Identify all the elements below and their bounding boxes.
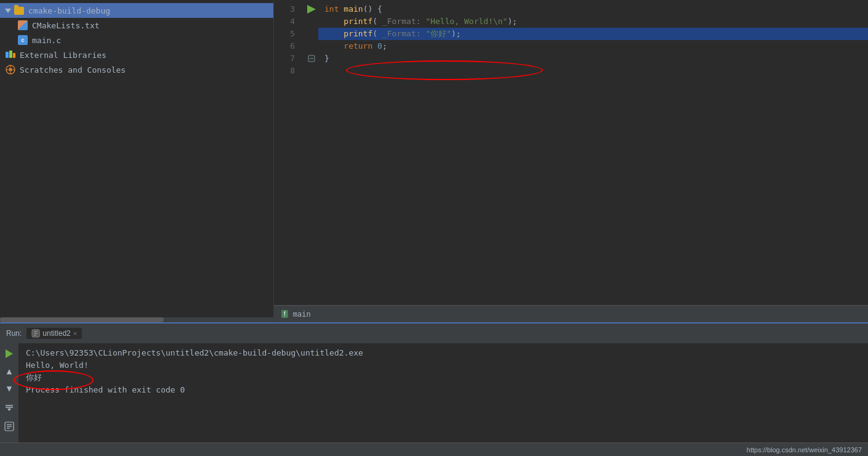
code-line-7: } (318, 52, 868, 65)
play-button[interactable] (2, 347, 16, 360)
fn-printf-5: printf (344, 28, 372, 40)
run-tab-name: untitled2 (42, 329, 70, 338)
line-numbers: 3 4 5 6 7 8 (274, 0, 305, 305)
breadcrumb-bar: f main (274, 305, 868, 322)
play-arrow-icon (6, 349, 13, 358)
punc-paren: () { (363, 3, 382, 15)
gutter-debug-marker (305, 3, 318, 15)
line-num-4: 4 (274, 15, 300, 28)
gutter (305, 0, 318, 305)
export-button[interactable] (2, 420, 16, 433)
code-semi-6: ; (382, 40, 387, 52)
code-indent (324, 15, 344, 28)
param-hint-5: _Format: (377, 28, 425, 40)
fn-printf-4: printf (344, 15, 372, 28)
line-num-8: 8 (274, 65, 300, 77)
main-area: cmake-build-debug CMakeLists.txt c main.… (0, 0, 868, 322)
brace-close: } (324, 52, 329, 65)
status-url: https://blog.csdn.net/weixin_43912367 (747, 446, 862, 454)
sidebar-item-label: main.c (32, 36, 61, 45)
scroll-up-button[interactable]: ▲ (2, 364, 16, 378)
run-sidebar: ▲ ▼ (0, 343, 18, 442)
svg-point-4 (9, 68, 12, 71)
svg-marker-9 (307, 5, 316, 14)
gutter-empty-8 (305, 65, 318, 77)
cmake-icon (17, 20, 28, 31)
str-nihao: "你好" (425, 28, 451, 40)
str-hello: "Hello, World!\n" (425, 15, 507, 28)
code-end-4: ); (507, 15, 517, 28)
scroll-to-end-button[interactable] (2, 401, 16, 415)
up-arrow-icon: ▲ (7, 366, 12, 376)
gutter-fold-marker (305, 52, 318, 65)
sidebar-item-cmakelists[interactable]: CMakeLists.txt (0, 18, 273, 33)
run-output: C:\Users\92353\CLionProjects\untitled2\c… (18, 343, 868, 442)
svg-rect-0 (6, 52, 9, 58)
tab-close-button[interactable]: × (73, 330, 77, 337)
gutter-empty-6 (305, 40, 318, 52)
external-libs-icon (5, 49, 16, 60)
breadcrumb-fn-name: main (293, 310, 311, 319)
export-icon (4, 421, 14, 431)
code-indent-5 (324, 28, 344, 40)
code-indent-6 (324, 40, 344, 52)
run-tab[interactable]: untitled2 × (26, 328, 82, 339)
sidebar-item-main-c[interactable]: c main.c (0, 33, 273, 47)
fn-main: main (344, 3, 363, 15)
code-paren-4: ( (372, 15, 377, 28)
code-line-8 (318, 65, 868, 77)
folder-icon (14, 5, 25, 16)
keyword-int: int (324, 3, 344, 15)
line-num-3: 3 (274, 3, 300, 15)
run-label: Run: (6, 329, 22, 338)
keyword-return: return (344, 40, 377, 52)
code-editor[interactable]: int main () { printf ( _Format: "Hello, … (318, 0, 868, 305)
fn-badge: f (281, 310, 288, 318)
run-panel: Run: untitled2 × ▲ ▼ (0, 322, 868, 442)
svg-marker-18 (7, 409, 11, 411)
sidebar-item-label: cmake-build-debug (28, 6, 110, 15)
code-line-4: printf ( _Format: "Hello, World!\n" ); (318, 15, 868, 28)
code-line-3: int main () { (318, 3, 868, 15)
scroll-down-button[interactable]: ▼ (2, 381, 16, 395)
c-file-icon: c (17, 35, 28, 46)
sidebar-item-cmake-build-debug[interactable]: cmake-build-debug (0, 3, 273, 18)
output-line-process: Process finished with exit code 0 (26, 384, 861, 396)
editor-area: 3 4 5 6 7 8 (274, 0, 868, 322)
code-line-6: return 0 ; (318, 40, 868, 52)
param-hint-4: _Format: (377, 15, 425, 28)
svg-rect-2 (13, 53, 15, 58)
status-bar: https://blog.csdn.net/weixin_43912367 (0, 442, 868, 456)
editor-content: 3 4 5 6 7 8 (274, 0, 868, 305)
code-line-5: printf ( _Format: "你好" ); (318, 28, 868, 40)
run-tab-icon (31, 329, 40, 338)
run-header: Run: untitled2 × (0, 324, 868, 343)
num-zero: 0 (377, 40, 382, 52)
chevron-down-icon (5, 9, 11, 13)
output-line-nihao: 你好 (26, 372, 861, 384)
scratch-icon (5, 64, 16, 75)
sidebar-item-label: CMakeLists.txt (32, 21, 100, 30)
output-line-hello: Hello, World! (26, 359, 861, 372)
scroll-end-icon (4, 403, 14, 413)
output-line-path: C:\Users\92353\CLionProjects\untitled2\c… (26, 347, 861, 359)
line-num-7: 7 (274, 52, 300, 65)
sidebar-item-external-libs[interactable]: External Libraries (0, 47, 273, 62)
sidebar-item-scratches[interactable]: Scratches and Consoles (0, 62, 273, 77)
sidebar: cmake-build-debug CMakeLists.txt c main.… (0, 0, 274, 322)
line-num-5: 5 (274, 28, 300, 40)
code-paren-5: ( (372, 28, 377, 40)
sidebar-item-label: External Libraries (20, 51, 106, 60)
breadcrumb: f main (281, 310, 311, 319)
code-end-5: ); (451, 28, 461, 40)
run-body: ▲ ▼ (0, 343, 868, 442)
svg-rect-1 (9, 51, 12, 58)
sidebar-scrollbar[interactable] (0, 317, 273, 322)
down-arrow-icon: ▼ (7, 383, 12, 393)
gutter-empty-5 (305, 28, 318, 40)
gutter-empty-4 (305, 15, 318, 28)
line-num-6: 6 (274, 40, 300, 52)
sidebar-item-label: Scratches and Consoles (20, 65, 126, 75)
